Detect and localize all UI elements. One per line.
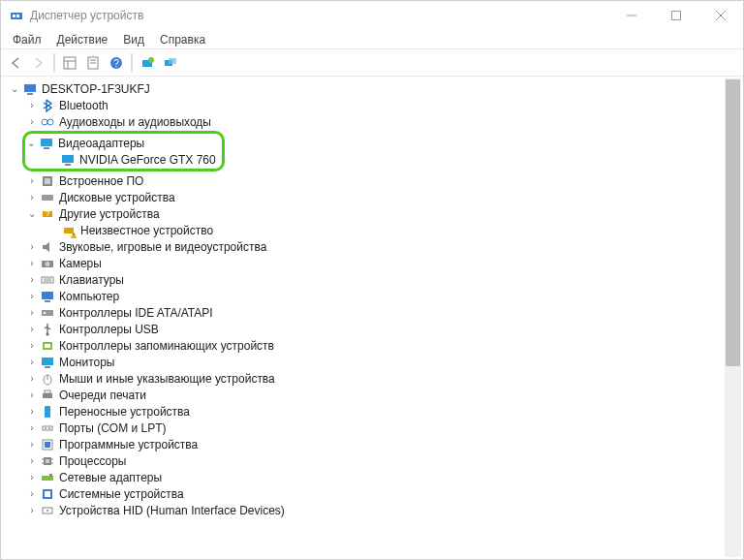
tree-item-sound[interactable]: › Звуковые, игровые и видеоустройства — [5, 238, 741, 255]
tree-root[interactable]: ⌄ DESKTOP-1F3UKFJ — [5, 80, 741, 97]
svg-rect-43 — [42, 310, 53, 316]
expander-closed-icon[interactable]: › — [26, 258, 38, 269]
node-label: Переносные устройства — [59, 405, 190, 419]
svg-rect-20 — [27, 93, 33, 95]
nav-forward-button[interactable] — [28, 52, 49, 74]
tree-item-bluetooth[interactable]: › Bluetooth — [5, 97, 741, 113]
svg-rect-18 — [169, 58, 176, 64]
network-adapter-icon — [40, 470, 55, 485]
svg-point-16 — [148, 57, 154, 63]
properties-button[interactable] — [82, 52, 104, 74]
sound-icon — [40, 239, 55, 255]
device-tree[interactable]: ⌄ DESKTOP-1F3UKFJ › Bluetooth › Аудиовхо… — [1, 77, 743, 559]
tree-item-usb[interactable]: › Контроллеры USB — [5, 321, 741, 337]
titlebar[interactable]: Диспетчер устройств — [1, 1, 743, 30]
device-manager-window: Диспетчер устройств Файл Действие Вид Сп… — [0, 0, 744, 560]
menu-view[interactable]: Вид — [115, 31, 152, 48]
svg-rect-1 — [13, 15, 16, 17]
other-devices-icon: ? — [40, 206, 55, 222]
expander-closed-icon[interactable]: › — [26, 488, 38, 500]
help-button[interactable]: ? — [106, 52, 127, 74]
close-button[interactable] — [698, 1, 743, 30]
menu-help[interactable]: Справка — [152, 31, 213, 48]
tree-item-audio-io[interactable]: › Аудиовходы и аудиовыходы — [5, 113, 741, 130]
svg-rect-41 — [42, 292, 53, 299]
svg-rect-4 — [672, 12, 681, 20]
node-label: Клавиатуры — [59, 273, 124, 287]
node-label: Встроенное ПО — [59, 174, 143, 188]
menu-action[interactable]: Действие — [49, 31, 116, 48]
tree-item-video-adapters[interactable]: ⌄ Видеоадаптеры — [25, 135, 216, 151]
expander-closed-icon[interactable]: › — [26, 241, 38, 253]
maximize-button[interactable] — [654, 1, 698, 30]
tree-item-computer[interactable]: › Компьютер — [5, 288, 741, 304]
node-label: Сетевые адаптеры — [59, 471, 162, 484]
scrollbar-thumb[interactable] — [726, 79, 740, 366]
scan-hardware-button[interactable] — [137, 52, 158, 74]
ports-icon — [40, 420, 55, 436]
expander-closed-icon[interactable]: › — [26, 274, 38, 286]
svg-point-56 — [45, 427, 46, 429]
svg-point-22 — [47, 119, 53, 125]
tree-item-network[interactable]: › Сетевые адаптеры — [5, 469, 741, 485]
svg-point-37 — [46, 262, 50, 266]
tree-item-system[interactable]: › Системные устройства — [5, 485, 741, 502]
svg-point-71 — [46, 510, 48, 512]
tree-item-ports[interactable]: › Порты (COM и LPT) — [5, 420, 741, 436]
nav-back-button[interactable] — [5, 52, 26, 74]
expander-closed-icon[interactable]: › — [26, 192, 38, 203]
svg-rect-7 — [64, 57, 76, 69]
tree-item-gpu[interactable]: · NVIDIA GeForce GTX 760 — [25, 151, 216, 168]
tree-item-storage[interactable]: › Контроллеры запоминающих устройств — [5, 337, 741, 354]
tree-item-disk[interactable]: › Дисковые устройства — [5, 189, 741, 205]
expander-closed-icon[interactable]: › — [26, 439, 38, 451]
expander-closed-icon[interactable]: › — [26, 389, 38, 401]
mouse-icon — [40, 371, 55, 387]
tree-item-portable[interactable]: › Переносные устройства — [5, 403, 741, 420]
expander-closed-icon[interactable]: › — [26, 357, 38, 368]
expander-closed-icon[interactable]: › — [26, 175, 38, 187]
tree-item-cameras[interactable]: › Камеры — [5, 255, 741, 271]
tree-item-unknown[interactable]: · ! Неизвестное устройство — [5, 222, 741, 238]
menu-file[interactable]: Файл — [5, 31, 49, 48]
node-label: Неизвестное устройство — [80, 224, 213, 237]
tree-item-hid[interactable]: › Устройства HID (Human Interface Device… — [5, 502, 741, 518]
menubar: Файл Действие Вид Справка — [1, 30, 743, 49]
tree-item-print[interactable]: › Очереди печати — [5, 387, 741, 403]
show-tree-button[interactable] — [59, 52, 80, 74]
bluetooth-icon — [40, 98, 55, 113]
expander-closed-icon[interactable]: › — [26, 455, 38, 467]
svg-rect-28 — [45, 178, 50, 184]
tree-item-other[interactable]: ⌄ ? Другие устройства — [5, 205, 741, 222]
tree-item-software[interactable]: › Программные устройства — [5, 436, 741, 452]
tree-item-mice[interactable]: › Мыши и иные указывающие устройства — [5, 370, 741, 387]
expander-closed-icon[interactable]: › — [26, 422, 38, 434]
svg-text:?: ? — [113, 58, 119, 69]
expander-closed-icon[interactable]: › — [26, 307, 38, 319]
expander-closed-icon[interactable]: › — [26, 116, 38, 128]
expander-closed-icon[interactable]: › — [26, 472, 38, 483]
vertical-scrollbar[interactable] — [725, 78, 741, 557]
svg-rect-49 — [45, 366, 50, 368]
tree-item-processors[interactable]: › Процессоры — [5, 452, 741, 469]
expander-closed-icon[interactable]: › — [26, 406, 38, 418]
tree-item-embedded[interactable]: › Встроенное ПО — [5, 172, 741, 189]
expander-closed-icon[interactable]: › — [26, 340, 38, 352]
node-label: Мыши и иные указывающие устройства — [59, 372, 275, 386]
expander-closed-icon[interactable]: › — [26, 324, 38, 335]
tree-item-monitors[interactable]: › Мониторы — [5, 354, 741, 370]
expander-closed-icon[interactable]: › — [26, 373, 38, 385]
svg-rect-42 — [45, 300, 50, 302]
minimize-button[interactable] — [609, 1, 654, 30]
expander-open-icon[interactable]: ⌄ — [25, 138, 37, 149]
expander-closed-icon[interactable]: › — [26, 505, 38, 516]
expander-closed-icon[interactable]: › — [26, 100, 38, 111]
expander-open-icon[interactable]: ⌄ — [9, 83, 20, 95]
processor-icon — [40, 453, 55, 469]
svg-rect-52 — [43, 393, 52, 398]
show-hidden-button[interactable] — [160, 52, 181, 74]
expander-closed-icon[interactable]: › — [26, 291, 38, 302]
tree-item-ide[interactable]: › Контроллеры IDE ATA/ATAPI — [5, 304, 741, 321]
tree-item-keyboards[interactable]: › Клавиатуры — [5, 271, 741, 288]
expander-open-icon[interactable]: ⌄ — [26, 208, 38, 220]
